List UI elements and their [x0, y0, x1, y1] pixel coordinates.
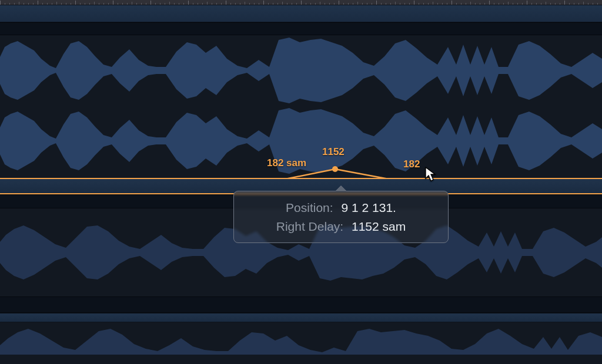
audio-editor-stage: 182 sam 1152 182 Position: 9 1 2 131. [0, 0, 602, 364]
audio-clip-tertiary[interactable] [0, 322, 602, 364]
automation-point-label: 1152 [322, 146, 345, 158]
track-gap [0, 296, 602, 313]
tooltip-position-label: Position: [286, 201, 333, 214]
automation-tooltip: Position: 9 1 2 131. Right Delay: 1152 s… [233, 191, 449, 243]
automation-point-label: 182 [403, 159, 420, 170]
timeline-ruler[interactable] [0, 0, 602, 5]
audio-clip-main[interactable] [0, 35, 602, 176]
automation-point-label: 182 sam [267, 157, 306, 169]
tooltip-param-label: Right Delay: [276, 220, 343, 233]
tooltip-position-value: 9 1 2 131. [341, 201, 396, 214]
region-header-bottom [0, 313, 602, 322]
tooltip-param-value: 1152 sam [352, 220, 406, 233]
region-header-top [0, 5, 602, 22]
track-gap [0, 22, 602, 35]
